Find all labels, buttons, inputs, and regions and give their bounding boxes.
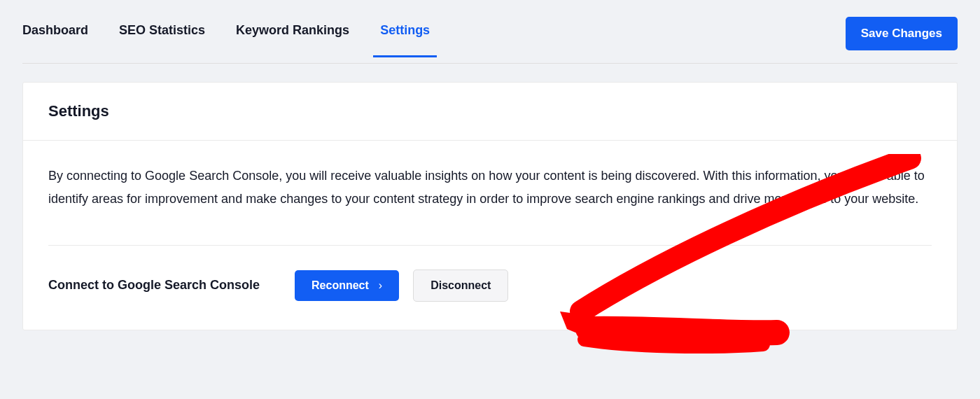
tab-keyword-rankings[interactable]: Keyword Rankings [236, 23, 349, 57]
card-title: Settings [48, 102, 932, 120]
chevron-right-icon: › [379, 279, 382, 292]
settings-card: Settings By connecting to Google Search … [22, 82, 958, 330]
tab-seo-statistics[interactable]: SEO Statistics [119, 23, 205, 57]
card-body: By connecting to Google Search Console, … [23, 141, 957, 221]
reconnect-button-label: Reconnect [312, 279, 369, 292]
tab-settings[interactable]: Settings [380, 23, 430, 57]
save-changes-button[interactable]: Save Changes [846, 17, 958, 50]
nav-bar: Dashboard SEO Statistics Keyword Ranking… [22, 0, 958, 64]
tab-dashboard[interactable]: Dashboard [22, 23, 88, 57]
connect-action-row: Connect to Google Search Console Reconne… [23, 246, 957, 330]
connect-label: Connect to Google Search Console [48, 278, 260, 293]
card-header: Settings [23, 83, 957, 141]
reconnect-button[interactable]: Reconnect › [295, 270, 399, 301]
tabs-container: Dashboard SEO Statistics Keyword Ranking… [22, 23, 430, 57]
settings-description: By connecting to Google Search Console, … [48, 164, 932, 211]
disconnect-button[interactable]: Disconnect [413, 270, 508, 302]
